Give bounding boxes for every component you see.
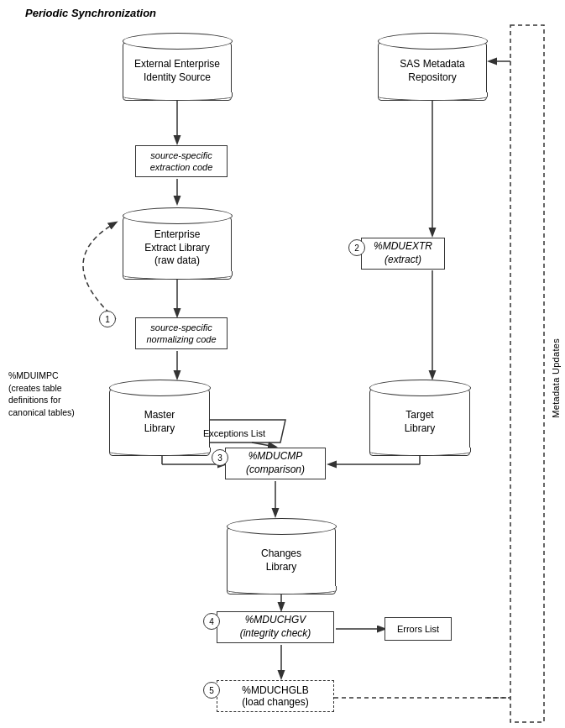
circle-num-3: 3 [212,449,228,466]
sas-metadata-label: SAS MetadataRepository [400,58,464,84]
mduchglb-box: %MDUCHGLB(load changes) [217,680,334,712]
mduextr-label: %MDUEXTR(extract) [374,240,432,266]
mduchgv-box: %MDUCHGV(integrity check) [217,611,334,643]
normalizing-code-label: source-specificnormalizing code [146,322,216,346]
target-library-label: TargetLibrary [405,409,436,435]
circle-num-5: 5 [203,682,220,699]
mduextr-box: %MDUEXTR(extract) [361,238,445,270]
enterprise-extract-label: EnterpriseExtract Library(raw data) [144,228,209,268]
master-library-label: MasterLibrary [144,409,175,435]
metadata-updates-label: Metadata Updates [551,168,561,588]
svg-rect-0 [510,25,544,722]
mducmp-box: %MDUCMP(comparison) [225,448,326,479]
mduchglb-label: %MDUCHGLB(load changes) [242,684,308,708]
circle-num-1: 1 [99,311,116,327]
extraction-code-box: source-specificextraction code [135,145,228,177]
extraction-code-label: source-specificextraction code [150,149,213,174]
changes-library-label: ChangesLibrary [261,547,301,573]
errors-list-box: Errors List [385,617,452,641]
enterprise-extract-cylinder: EnterpriseExtract Library(raw data) [123,208,232,280]
external-source-label: External EnterpriseIdentity Source [134,58,220,84]
mduimpc-label: %MDUIMPC(creates tabledefinitions forcan… [8,369,105,419]
target-library-cylinder: TargetLibrary [369,380,470,456]
changes-library-cylinder: ChangesLibrary [227,519,336,594]
exceptions-list-label: Exceptions List [189,424,280,443]
diagram-title: Periodic Synchronization [25,7,156,19]
errors-list-label: Errors List [397,623,439,635]
circle-num-2: 2 [348,239,365,256]
normalizing-code-box: source-specificnormalizing code [135,317,228,349]
external-source-cylinder: External EnterpriseIdentity Source [123,25,232,101]
mducmp-label: %MDUCMP(comparison) [246,450,305,476]
sas-metadata-cylinder: SAS MetadataRepository [378,25,487,101]
svg-line-8 [252,443,275,447]
mduchgv-label: %MDUCHGV(integrity check) [240,614,311,640]
master-library-cylinder: MasterLibrary [109,380,210,456]
diagram-container: Periodic Synchronization [0,0,565,728]
circle-num-4: 4 [203,613,220,630]
